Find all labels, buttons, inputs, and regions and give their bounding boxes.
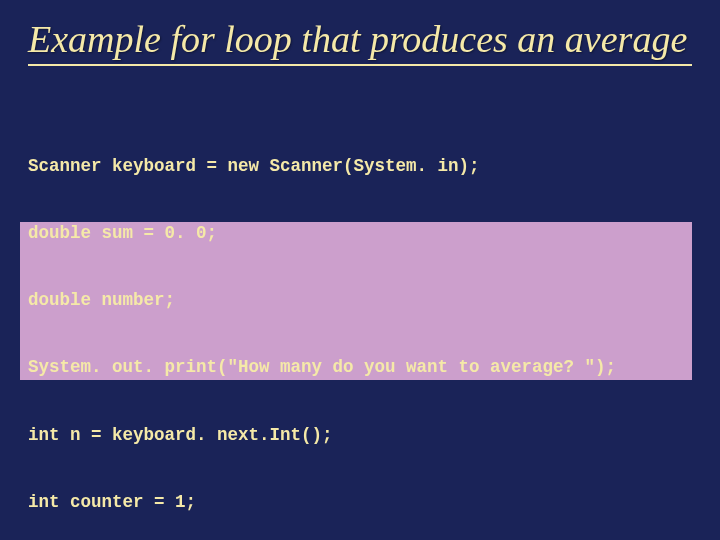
code-line: double number; xyxy=(28,289,692,311)
code-line: double sum = 0. 0; xyxy=(28,222,692,244)
code-line: System. out. print("How many do you want… xyxy=(28,356,692,378)
code-block: Scanner keyboard = new Scanner(System. i… xyxy=(28,88,692,540)
code-line: int n = keyboard. next.Int(); xyxy=(28,424,692,446)
slide: Example for loop that produces an averag… xyxy=(0,0,720,540)
slide-title: Example for loop that produces an averag… xyxy=(28,18,692,66)
code-line: int counter = 1; xyxy=(28,491,692,513)
code-line: Scanner keyboard = new Scanner(System. i… xyxy=(28,155,692,177)
